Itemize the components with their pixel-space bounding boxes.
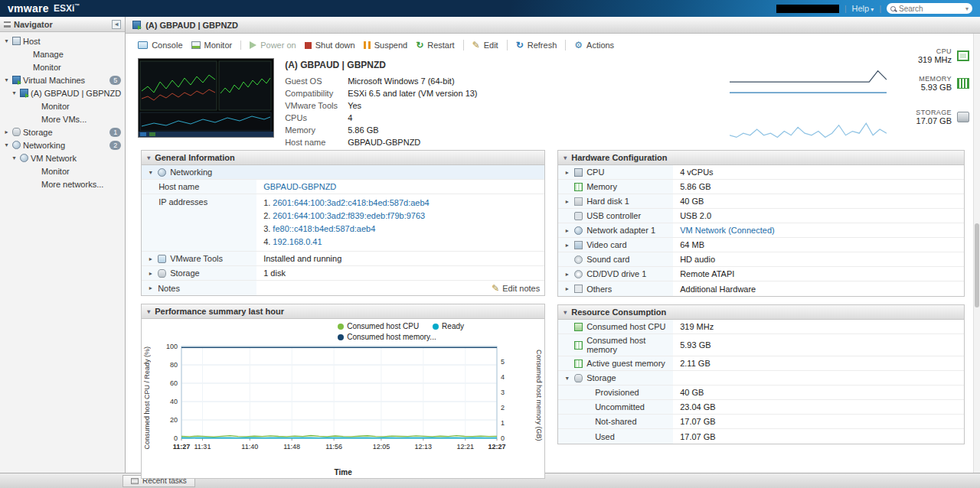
legend-item[interactable]: Consumed host memory... xyxy=(338,333,436,341)
resource-consumption-panel: Resource Consumption Consumed host CPU xyxy=(557,304,965,444)
host-name-link[interactable]: GBPAUD-GBPNZD xyxy=(263,182,336,191)
sidebar-item[interactable]: ▾ Host xyxy=(0,34,125,47)
twisty-icon[interactable]: ▾ xyxy=(3,142,10,148)
twisty-icon[interactable]: ▸ xyxy=(564,271,570,278)
stat-value: 17.07 GB xyxy=(916,116,952,125)
twisty-icon[interactable]: ▸ xyxy=(147,285,154,291)
toolbar-button[interactable]: Suspend xyxy=(364,41,407,50)
ip-address-link[interactable]: 2601:644:100:3ad2:c418:b4ed:587d:aeb4 xyxy=(273,198,429,207)
ip-number: 1. xyxy=(263,198,270,207)
vm-screenshot-thumbnail[interactable] xyxy=(138,58,274,138)
legend-label: Consumed host CPU xyxy=(347,322,419,330)
vm-info-label: VMware Tools xyxy=(285,101,348,110)
sidebar-item[interactable]: Manage xyxy=(0,47,125,60)
ip-addresses-row: IP addresses 1.2601:644:100:3ad2:c418:b4… xyxy=(142,194,544,252)
hardware-configuration-header[interactable]: Hardware Configuration xyxy=(558,151,964,165)
vmware-tools-icon xyxy=(158,255,166,263)
storage-value: 1 disk xyxy=(263,268,286,278)
hardware-row[interactable]: ▸ CD/DVD drive 1 Remote ATAPI xyxy=(558,267,964,281)
networking-section-row[interactable]: ▾ Networking xyxy=(142,165,544,180)
sidebar-item[interactable]: ▾ Networking 2 xyxy=(0,138,125,151)
legend-item[interactable]: Ready xyxy=(433,322,464,330)
svg-text:3: 3 xyxy=(501,389,505,396)
hardware-row[interactable]: ▸ Others Additional Hardware xyxy=(558,281,964,296)
networking-label: Networking xyxy=(170,168,212,177)
performance-header[interactable]: Performance summary last hour xyxy=(142,304,544,319)
twisty-icon[interactable]: ▸ xyxy=(564,285,570,292)
main-area: (A) GBPAUD | GBPNZD Console Monitor xyxy=(126,17,980,473)
hardware-icon xyxy=(574,285,583,293)
toolbar-button[interactable]: Power on xyxy=(240,41,296,50)
sidebar-item[interactable]: More networks... xyxy=(0,177,125,190)
toolbar-button[interactable]: Monitor xyxy=(191,41,233,50)
sidebar-item[interactable]: ▾ Virtual Machines 5 xyxy=(0,73,125,86)
svg-text:100: 100 xyxy=(166,343,178,350)
resource-row: Provisioned 40 GB xyxy=(558,386,964,400)
hardware-row[interactable]: Sound card HD audio xyxy=(558,252,964,267)
chevron-down-icon[interactable]: ▾ xyxy=(965,5,969,12)
hardware-icon xyxy=(574,197,583,206)
resource-value: 23.04 GB xyxy=(680,402,715,412)
vertical-scrollbar[interactable] xyxy=(973,34,980,473)
toolbar-button-icon xyxy=(138,41,148,49)
toolbar-button-label: Suspend xyxy=(374,41,407,50)
edit-notes-button[interactable]: Edit notes xyxy=(492,283,540,294)
hardware-row[interactable]: ▸ Hard disk 1 40 GB xyxy=(558,194,964,209)
resource-label: Consumed host memory xyxy=(586,336,670,354)
twisty-icon[interactable]: ▾ xyxy=(3,37,10,44)
twisty-icon[interactable]: ▸ xyxy=(147,255,154,262)
ip-address-link[interactable]: 2601:644:100:3ad2:f839:edeb:f79b:9763 xyxy=(273,211,425,220)
vm-info-label: Host name xyxy=(285,138,348,147)
toolbar-button[interactable]: Console xyxy=(138,41,182,50)
twisty-icon[interactable]: ▸ xyxy=(564,242,570,249)
twisty-icon[interactable]: ▾ xyxy=(11,89,18,96)
twisty-icon[interactable]: ▸ xyxy=(564,198,570,205)
twisty-icon[interactable]: ▸ xyxy=(147,270,154,277)
hardware-row[interactable]: ▸ Video card 64 MB xyxy=(558,238,964,252)
resource-value: 5.93 GB xyxy=(680,340,710,350)
general-information-header[interactable]: General Information xyxy=(142,151,544,165)
resource-value: 40 GB xyxy=(680,388,704,397)
count-badge: 1 xyxy=(109,128,121,137)
twisty-icon[interactable]: ▸ xyxy=(3,129,10,135)
help-menu[interactable]: Help xyxy=(852,4,874,13)
scrollbar-thumb[interactable] xyxy=(975,223,979,307)
twisty-icon[interactable]: ▾ xyxy=(3,76,10,83)
svg-text:11:31: 11:31 xyxy=(194,443,211,451)
hardware-row[interactable]: Memory 5.86 GB xyxy=(558,180,964,194)
twisty-icon[interactable]: ▾ xyxy=(147,169,154,176)
sidebar-item[interactable]: Monitor xyxy=(0,164,125,177)
twisty-icon[interactable]: ▸ xyxy=(564,227,570,234)
storage-row[interactable]: ▸ Storage 1 disk xyxy=(142,266,544,281)
resource-consumption-header[interactable]: Resource Consumption xyxy=(558,305,964,320)
collapse-sidebar-button[interactable]: ◂ xyxy=(112,20,121,29)
toolbar-button[interactable]: Restart xyxy=(416,40,455,50)
hardware-value: USB 2.0 xyxy=(680,211,711,220)
hardware-label: Network adapter 1 xyxy=(586,226,655,235)
search-input[interactable] xyxy=(899,5,962,13)
sidebar-item[interactable]: More VMs... xyxy=(0,112,125,125)
sidebar-item[interactable]: ▾ (A) GBPAUD | GBPNZD xyxy=(0,86,125,99)
twisty-icon[interactable]: ▸ xyxy=(564,169,570,176)
toolbar-button[interactable]: Shut down xyxy=(305,41,355,50)
twisty-icon[interactable]: ▾ xyxy=(11,155,18,161)
twisty-icon[interactable]: ▾ xyxy=(564,375,570,382)
hardware-row[interactable]: USB controller USB 2.0 xyxy=(558,209,964,223)
hardware-row[interactable]: ▸ CPU 4 vCPUs xyxy=(558,165,964,180)
thumbnail-graphic xyxy=(139,59,273,137)
sidebar-item[interactable]: ▾ VM Network xyxy=(0,151,125,164)
sidebar-item[interactable]: ▸ Storage 1 xyxy=(0,125,125,138)
sidebar-item[interactable]: Monitor xyxy=(0,60,125,73)
toolbar-button[interactable]: Refresh xyxy=(507,40,557,50)
vmware-tools-row[interactable]: ▸ VMware Tools Installed and running xyxy=(142,252,544,266)
ip-address-link[interactable]: fe80::c418:b4ed:587d:aeb4 xyxy=(273,224,375,233)
sidebar-item[interactable]: Monitor xyxy=(0,99,125,112)
vm-info-label: Compatibility xyxy=(285,89,348,98)
toolbar-button[interactable]: Edit xyxy=(463,40,498,50)
vm-info-row: Compatibility ESXi 6.5 and later (VM ver… xyxy=(285,87,477,99)
ip-address-link[interactable]: 192.168.0.41 xyxy=(273,237,322,246)
toolbar-button[interactable]: Actions xyxy=(565,40,614,50)
hardware-row[interactable]: ▸ Network adapter 1 VM Network (Connecte… xyxy=(558,223,964,238)
legend-item[interactable]: Consumed host CPU xyxy=(338,322,419,330)
search-box[interactable]: ▾ xyxy=(887,3,972,14)
